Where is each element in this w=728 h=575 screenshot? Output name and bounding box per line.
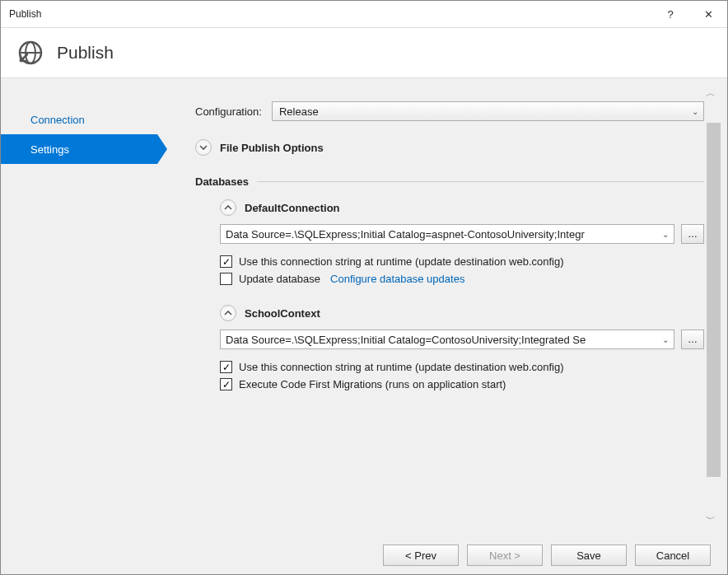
scrollbar-thumb[interactable] xyxy=(707,123,721,477)
chevron-down-icon: ⌄ xyxy=(659,335,669,344)
window-title: Publish xyxy=(9,8,41,20)
configuration-dropdown[interactable]: Release ⌄ xyxy=(272,101,704,121)
main-pane: ︿ ﹀ Configuration: Release ⌄ File Publis… xyxy=(157,78,727,535)
close-button[interactable]: ✕ xyxy=(689,1,727,27)
title-bar: Publish ? ✕ xyxy=(1,1,727,27)
cancel-button[interactable]: Cancel xyxy=(635,545,711,566)
use-runtime-checkbox-schoolcontext[interactable] xyxy=(220,361,232,373)
page-title: Publish xyxy=(57,43,114,63)
save-button[interactable]: Save xyxy=(551,545,627,566)
next-button[interactable]: Next > xyxy=(467,545,543,566)
use-runtime-label: Use this connection string at runtime (u… xyxy=(239,361,564,373)
execute-migrations-checkbox-schoolcontext[interactable] xyxy=(220,378,232,390)
update-database-checkbox-defaultconnection[interactable] xyxy=(220,273,232,285)
browse-button-defaultconnection[interactable]: … xyxy=(681,224,704,244)
sidebar-item-connection[interactable]: Connection xyxy=(1,105,157,134)
update-database-label: Update database xyxy=(239,273,320,285)
db-name-schoolcontext: SchoolContext xyxy=(245,307,320,320)
collapse-up-icon xyxy=(220,199,236,216)
divider xyxy=(257,181,704,182)
db-block-schoolcontext: SchoolContext Data Source=.\SQLExpress;I… xyxy=(195,305,704,390)
scroll-down-icon[interactable]: ﹀ xyxy=(706,512,716,526)
db-toggle-schoolcontext[interactable]: SchoolContext xyxy=(220,305,704,321)
prev-button[interactable]: < Prev xyxy=(383,545,459,566)
execute-migrations-label: Execute Code First Migrations (runs on a… xyxy=(239,378,506,390)
sidebar-item-settings[interactable]: Settings xyxy=(1,134,157,164)
collapse-up-icon xyxy=(220,305,236,321)
file-publish-options-label: File Publish Options xyxy=(220,142,324,154)
expand-down-icon xyxy=(195,139,212,156)
connection-string-value: Data Source=.\SQLExpress;Initial Catalog… xyxy=(226,228,659,241)
databases-section-header: Databases xyxy=(195,175,704,188)
file-publish-options-toggle[interactable]: File Publish Options xyxy=(195,139,704,156)
db-block-defaultconnection: DefaultConnection Data Source=.\SQLExpre… xyxy=(195,199,704,285)
connection-string-dropdown-schoolcontext[interactable]: Data Source=.\SQLExpress;Initial Catalog… xyxy=(220,330,674,349)
help-button[interactable]: ? xyxy=(651,1,689,27)
header-band: Publish xyxy=(1,27,727,78)
configuration-label: Configuration: xyxy=(195,105,262,118)
globe-publish-icon xyxy=(17,40,44,66)
chevron-down-icon: ⌄ xyxy=(692,107,698,116)
use-runtime-checkbox-defaultconnection[interactable] xyxy=(220,255,232,268)
configuration-value: Release xyxy=(279,105,319,118)
db-name-defaultconnection: DefaultConnection xyxy=(245,202,340,214)
db-toggle-defaultconnection[interactable]: DefaultConnection xyxy=(220,199,704,216)
browse-button-schoolcontext[interactable]: … xyxy=(681,330,704,349)
client-area: Connection Settings ︿ ﹀ Configuration: R… xyxy=(1,78,727,535)
scroll-up-icon[interactable]: ︿ xyxy=(706,86,716,101)
chevron-down-icon: ⌄ xyxy=(659,230,669,239)
configuration-row: Configuration: Release ⌄ xyxy=(195,101,704,121)
connection-string-value: Data Source=.\SQLExpress;Initial Catalog… xyxy=(226,334,659,346)
connection-string-dropdown-defaultconnection[interactable]: Data Source=.\SQLExpress;Initial Catalog… xyxy=(220,224,674,244)
use-runtime-label: Use this connection string at runtime (u… xyxy=(239,255,564,268)
configure-database-updates-link[interactable]: Configure database updates xyxy=(330,273,464,285)
databases-label: Databases xyxy=(195,175,249,188)
footer: < Prev Next > Save Cancel xyxy=(1,535,727,575)
sidebar: Connection Settings xyxy=(1,78,157,535)
